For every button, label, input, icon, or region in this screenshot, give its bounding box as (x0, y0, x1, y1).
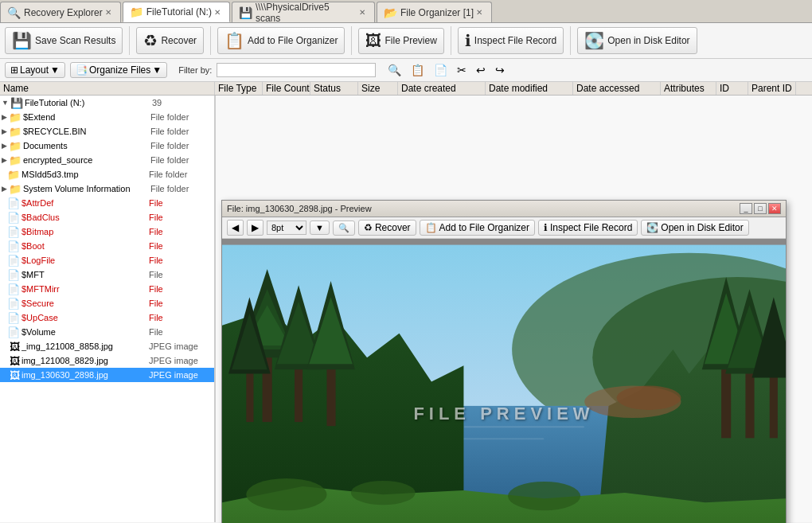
file-name: _img_121008_8858.jpg (21, 342, 149, 351)
file-icon: 📄 (7, 255, 20, 267)
file-type: JPEG image (149, 342, 213, 351)
filter-label: Filter by: (178, 65, 212, 75)
recover-icon: ♻ (143, 31, 158, 50)
open-disk-editor-button[interactable]: 💽 Open in Disk Editor (577, 27, 697, 54)
copy-icon-btn[interactable]: 📋 (407, 61, 428, 79)
maximize-button[interactable]: □ (754, 203, 767, 214)
list-item[interactable]: 📄 $Volume File (0, 325, 214, 339)
disk-editor-label: Open in Disk Editor (607, 35, 689, 46)
layout-icon: ⊞ (10, 64, 18, 76)
list-item[interactable]: ▶ 📁 $Extend File folder (0, 110, 214, 124)
list-item[interactable]: 📄 $Boot File (0, 239, 214, 253)
list-item[interactable]: 📁 MSIdd5d3.tmp File folder (0, 167, 214, 181)
prev-add-icon: 📋 (425, 222, 437, 233)
list-item[interactable]: 🖼 _img_121008_8858.jpg JPEG image (0, 339, 214, 353)
tree-arrow: ▶ (2, 113, 7, 121)
file-icon: 📁 (9, 140, 21, 152)
file-icon: 📁 (9, 183, 21, 195)
tab-file-organizer-close[interactable]: ✕ (474, 7, 485, 18)
file-tree-panel: ▼ 💾 FileTutorial (N:) 39 ▶ 📁 $Extend Fil… (0, 96, 215, 522)
tab-file-tutorial-label: FileTutorial (N:) (146, 6, 212, 18)
col-header-date-modified[interactable]: Date modified (486, 82, 573, 95)
organize-icon: 📑 (76, 64, 88, 76)
file-preview-button[interactable]: 🖼 File Preview (358, 28, 443, 54)
recover-button[interactable]: ♻ Recover (136, 27, 204, 54)
file-type: JPEG image (149, 356, 213, 365)
filter-input[interactable] (217, 63, 376, 77)
list-item[interactable]: 📄 $Bitmap File (0, 224, 214, 239)
preview-dropdown-btn[interactable]: ▼ (310, 221, 330, 235)
inspect-file-record-button[interactable]: ℹ Inspect File Record (458, 27, 564, 54)
tab-recovery-explorer-close[interactable]: ✕ (103, 7, 114, 18)
tree-arrow: ▶ (2, 185, 7, 193)
col-header-status[interactable]: Status (310, 82, 358, 95)
list-item[interactable]: ▶ 📁 encrypted_source File folder (0, 153, 214, 167)
tree-root[interactable]: ▼ 💾 FileTutorial (N:) 39 (0, 96, 214, 110)
layout-button[interactable]: ⊞ Layout ▼ (5, 62, 65, 78)
save-scan-results-button[interactable]: 💾 Save Scan Results (5, 27, 123, 54)
add-to-file-organizer-button[interactable]: 📋 Add to File Organizer (217, 27, 345, 54)
organize-files-button[interactable]: 📑 Organize Files ▼ (70, 62, 167, 78)
col-header-attributes[interactable]: Attributes (661, 82, 716, 95)
inspect-icon: ℹ (465, 31, 471, 50)
file-icon: 🖼 (10, 369, 20, 381)
font-size-select[interactable]: 8pt 10pt 12pt (267, 221, 306, 235)
list-item[interactable]: 📄 $LogFile File (0, 253, 214, 267)
prev-forward-button[interactable]: ▶ (247, 220, 264, 236)
list-item[interactable]: ▶ 📁 $RECYCLE.BIN File folder (0, 124, 214, 139)
file-name: $LogFile (21, 256, 149, 265)
close-button[interactable]: ✕ (768, 203, 781, 214)
minimize-button[interactable]: _ (740, 203, 752, 214)
refresh-icon-btn[interactable]: ↩ (472, 61, 490, 79)
file-icon: 📄 (7, 240, 20, 252)
list-item[interactable]: 📄 $AttrDef File (0, 196, 214, 210)
list-item[interactable]: ▶ 📁 System Volume Information File folde… (0, 181, 214, 196)
list-item[interactable]: 🖼 img_121008_8829.jpg JPEG image (0, 353, 214, 368)
preview-disk-editor-button[interactable]: 💽 Open in Disk Editor (641, 220, 748, 236)
list-item[interactable]: ▶ 📁 Documents File folder (0, 139, 214, 153)
col-header-date-accessed[interactable]: Date accessed (573, 82, 661, 95)
file-type: File folder (149, 170, 213, 179)
list-item[interactable]: 📄 $BadClus File (0, 210, 214, 224)
col-header-file-type[interactable]: File Type (215, 82, 263, 95)
list-item[interactable]: 📄 $Secure File (0, 296, 214, 310)
col-header-name[interactable]: Name (0, 82, 215, 95)
tab-recovery-explorer[interactable]: 🔍 Recovery Explorer ✕ (0, 2, 121, 22)
tab-file-tutorial-close[interactable]: ✕ (212, 7, 223, 18)
list-item[interactable]: 📄 $MFTMirr File (0, 282, 214, 296)
prev-back-button[interactable]: ◀ (227, 220, 244, 236)
file-name: encrypted_source (23, 155, 150, 165)
col-header-parent-id[interactable]: Parent ID (748, 82, 796, 95)
preview-zoom-btn[interactable]: 🔍 (333, 221, 355, 236)
cut-icon-btn[interactable]: ✂ (453, 61, 470, 79)
file-icon: 📄 (7, 197, 20, 209)
file-icon: 📄 (7, 326, 20, 338)
list-item[interactable]: 📄 $MFT File (0, 267, 214, 282)
search-icon-btn[interactable]: 🔍 (384, 61, 405, 79)
tab-physical-drive-close[interactable]: ✕ (357, 7, 368, 18)
file-type: File (149, 241, 213, 251)
preview-recover-button[interactable]: ♻ Recover (358, 220, 416, 236)
tab-physical-drive[interactable]: 💾 \\\\PhysicalDrive5 scans ✕ (232, 2, 375, 22)
file-icon: 🖼 (10, 355, 20, 367)
organize-dropdown-icon: ▼ (152, 64, 162, 76)
prev-disk-icon: 💽 (646, 222, 658, 233)
preview-window-controls: _ □ ✕ (740, 203, 781, 214)
preview-inspect-button[interactable]: ℹ Inspect File Record (538, 220, 638, 236)
col-header-id[interactable]: ID (716, 82, 748, 95)
tab-file-organizer-label: File Organizer [1] (400, 7, 474, 18)
col-header-date-created[interactable]: Date created (398, 82, 486, 95)
list-item[interactable]: 🖼 img_130630_2898.jpg JPEG image (0, 368, 214, 382)
list-item[interactable]: 📄 $UpCase File (0, 310, 214, 325)
file-icon: 📁 (9, 154, 21, 166)
tab-file-tutorial[interactable]: 📁 FileTutorial (N:) ✕ (123, 2, 230, 22)
toolbar-separator-2 (210, 26, 211, 55)
tab-file-organizer[interactable]: 📂 File Organizer [1] ✕ (377, 2, 492, 22)
file-type: File (149, 299, 213, 308)
col-header-size[interactable]: Size (358, 82, 398, 95)
export-icon-btn[interactable]: ↪ (491, 61, 509, 79)
preview-toolbar: ◀ ▶ 8pt 10pt 12pt ▼ 🔍 ♻ Recover 📋 Add to… (222, 217, 786, 239)
paste-icon-btn[interactable]: 📄 (430, 61, 451, 79)
col-header-file-count[interactable]: File Count (263, 82, 310, 95)
preview-add-button[interactable]: 📋 Add to File Organizer (420, 220, 535, 236)
